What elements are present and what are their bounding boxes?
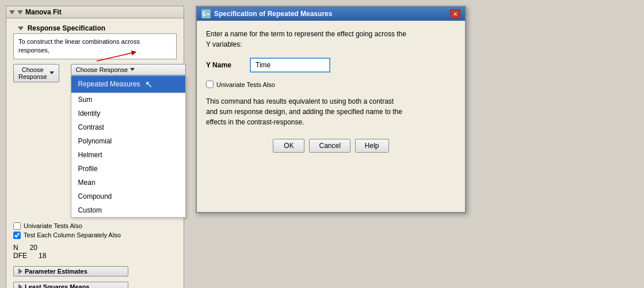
dialog-buttons: OK Cancel Help [206, 139, 456, 153]
test-each-column-label: Test Each Column Separately Also [24, 232, 121, 238]
response-specification-header: Response Specification [13, 23, 177, 33]
secondary-triangle-icon [17, 10, 23, 14]
dropdown-item-sum[interactable]: Sum [71, 93, 185, 107]
dialog-icon: E+ [201, 9, 211, 18]
dropdown-item-profile[interactable]: Profile [71, 162, 185, 176]
collapsible-buttons-area: Parameter Estimates Least Squares Means … [13, 264, 177, 288]
test-each-column-row: Test Each Column Separately Also [13, 232, 177, 239]
help-button[interactable]: Help [355, 139, 389, 153]
dropdown-wrapper: Choose Response Repeated Measures ↖ Sum … [71, 64, 186, 218]
choose-response-button-1[interactable]: Choose Response [13, 64, 59, 82]
dfe-value: 18 [39, 252, 46, 260]
param-est-triangle-icon [18, 268, 22, 274]
dfe-row: DFE 18 [13, 252, 177, 260]
n-value: 20 [30, 244, 37, 252]
dialog-close-button[interactable]: ✕ [450, 9, 460, 18]
manova-title-bar: Manova Fit [6, 6, 184, 18]
univariate-tests-label: Univariate Tests Also [24, 222, 82, 229]
y-name-input[interactable] [250, 58, 330, 73]
ok-button[interactable]: OK [273, 139, 304, 153]
univariate-tests-checkbox[interactable] [13, 222, 21, 230]
dialog-univariate-checkbox[interactable] [206, 81, 214, 88]
dialog-content: Enter a name for the term to represent t… [197, 21, 465, 161]
cursor-icon: ↖ [145, 79, 153, 90]
manova-title: Manova Fit [25, 8, 62, 16]
dropdown-item-compound[interactable]: Compound [71, 190, 185, 203]
least-sq-triangle-icon [18, 284, 22, 288]
response-buttons-area: Choose Response Choose Response [13, 64, 177, 218]
parameter-estimates-button[interactable]: Parameter Estimates [13, 266, 128, 276]
stats-row: N 20 [13, 244, 177, 252]
dropdown-arrow-icon-1 [49, 71, 54, 74]
dropdown-arrow-icon-2 [130, 68, 135, 71]
n-row: N [13, 244, 18, 252]
collapse-triangle-icon[interactable] [9, 10, 15, 14]
y-name-label: Y Name [206, 61, 241, 69]
test-each-column-checkbox[interactable] [13, 232, 21, 239]
options-area: Univariate Tests Also Test Each Column S… [13, 222, 177, 239]
dropdown-item-helmert[interactable]: Helmert [71, 148, 185, 162]
n-label: N [13, 244, 18, 252]
red-arrow-indicator [97, 50, 143, 67]
dialog-title-left: E+ Specification of Repeated Measures [201, 9, 332, 18]
dfe-label: DFE [13, 252, 27, 260]
dropdown-menu: Repeated Measures ↖ Sum Identity Contras… [71, 75, 186, 218]
manova-panel: Manova Fit Response Specification To con… [6, 6, 184, 288]
y-name-row: Y Name [206, 58, 456, 73]
cancel-button[interactable]: Cancel [309, 139, 350, 153]
section-triangle-icon [18, 26, 24, 31]
dropdown-item-repeated-measures[interactable]: Repeated Measures ↖ [71, 76, 185, 93]
least-squares-button[interactable]: Least Squares Means [13, 282, 128, 288]
dropdown-item-contrast[interactable]: Contrast [71, 120, 185, 134]
svg-line-1 [97, 52, 134, 61]
n-value-col: 20 [30, 244, 37, 252]
dropdown-item-polynomial[interactable]: Polynomial [71, 134, 185, 148]
dialog-panel: E+ Specification of Repeated Measures ✕ … [196, 6, 466, 213]
dialog-univariate-row: Univariate Tests Also [206, 81, 456, 88]
dropdown-item-mean[interactable]: Mean [71, 176, 185, 190]
dialog-note: This command has results equivalent to u… [206, 96, 456, 127]
dropdown-item-identity[interactable]: Identity [71, 107, 185, 120]
manova-content: Response Specification To construct the … [6, 18, 184, 288]
description-box: To construct the linear combinations acr… [13, 33, 177, 59]
dialog-description: Enter a name for the term to represent t… [206, 29, 456, 50]
dialog-univariate-label: Univariate Tests Also [216, 81, 275, 88]
univariate-tests-row: Univariate Tests Also [13, 222, 177, 230]
dialog-title-bar: E+ Specification of Repeated Measures ✕ [197, 7, 465, 21]
dialog-title-text: Specification of Repeated Measures [214, 10, 332, 18]
dropdown-item-custom[interactable]: Custom [71, 203, 185, 217]
